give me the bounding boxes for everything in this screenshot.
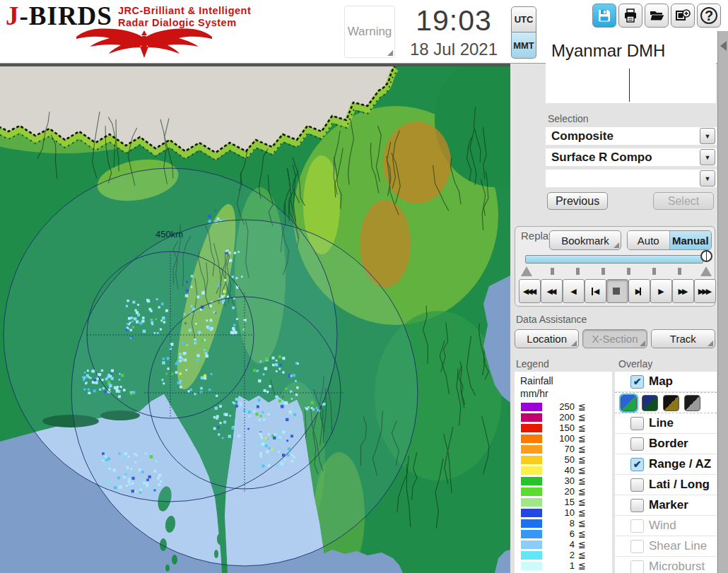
selection-label: Selection [548,113,589,124]
rewind-button[interactable]: ◀◀ [541,279,563,303]
open-file-button[interactable] [645,4,669,28]
location-button[interactable]: Location [515,329,579,348]
overlay-item-wind: Wind [615,516,717,536]
legend-row: 100≦ [520,433,606,444]
map-style-swatch-2[interactable] [642,395,658,411]
timeline-start-marker[interactable] [521,266,532,276]
checkbox[interactable] [630,478,644,492]
radar-map[interactable]: 450km [0,64,510,573]
map-style-swatch-4[interactable] [684,395,700,411]
legend-row: 6≦ [520,528,606,539]
legend-row: 50≦ [520,454,606,465]
dropdown-composite[interactable]: Composite ▼ [546,127,717,146]
panel-collapse-icon[interactable] [720,41,727,51]
jbirds-logo: J-BIRDS JRC-Brilliant & Intelligent Rada… [6,3,288,62]
legend-lte-symbol: ≦ [575,528,586,539]
printer-icon [623,8,638,23]
timeline-ticks [551,268,681,275]
legend-lte-symbol: ≦ [575,444,586,454]
overlay-item-border[interactable]: Border [615,434,717,454]
play-button[interactable]: ▶ [650,279,672,303]
timeline-tick [601,268,605,275]
overlay-item-label: Shear Line [649,539,707,553]
overlay-item-label: Wind [649,519,676,533]
station-name: Myanmar DMH [546,35,716,61]
legend-swatch [521,498,542,507]
overlay-item-line[interactable]: Line [615,413,717,434]
checkbox[interactable] [630,437,644,451]
save-button[interactable] [592,4,616,28]
forward-button[interactable]: ▶▶ [672,279,694,303]
auto-button[interactable]: Auto [628,231,669,249]
checkbox[interactable] [630,417,644,430]
checkbox[interactable]: ✔ [630,458,644,471]
chevron-down-icon[interactable]: ▼ [700,128,715,144]
checkbox [630,540,644,553]
legend-swatch [521,456,542,464]
add-image-button[interactable] [671,4,695,28]
warning-button[interactable]: Warning [344,6,395,58]
legend-value: 1 [542,560,575,571]
legend-swatch [521,530,542,538]
utc-button[interactable]: UTC [511,6,536,33]
forward-fast-button[interactable]: ▶▶▶ [694,279,716,303]
timeline-track[interactable] [525,255,703,264]
play-reverse-button[interactable]: ◀ [563,279,585,303]
legend-value: 50 [542,454,575,465]
manual-button[interactable]: Manual [669,231,712,249]
map-style-swatches [615,392,717,413]
previous-button[interactable]: Previous [547,192,608,210]
chevron-down-icon[interactable]: ▼ [700,149,715,165]
overlay-item-map[interactable]: ✔Map [615,372,717,392]
stop-button[interactable] [606,279,628,303]
overlay-label: Overlay [618,358,652,370]
legend-swatch [521,540,542,549]
dropdown-empty[interactable]: ▼ [546,170,717,189]
help-button[interactable]: ? [697,4,721,28]
mmt-button[interactable]: MMT [511,33,536,59]
legend-swatch [521,435,542,443]
overlay-item-marker[interactable]: Marker [615,495,717,516]
checkbox[interactable]: ✔ [630,375,644,389]
legend-value: 40 [542,465,575,475]
legend-value: 15 [542,497,575,507]
playback-controls: ◀◀◀◀◀◀◀▶▶▶▶▶▶▶ [519,279,716,303]
overlay-item-lati-long[interactable]: Lati / Long [615,475,717,495]
legend-row: 1≦ [520,560,606,571]
step-forward-button[interactable]: ▶ [628,279,650,303]
station-box: Myanmar DMH [546,35,716,103]
bookmark-button[interactable]: Bookmark [549,230,621,250]
select-button[interactable]: Select [653,192,714,210]
legend-swatch [521,403,542,411]
legend-row: 10≦ [520,507,606,518]
eagle-logo-graphic [6,26,283,59]
legend-value: 2 [542,550,575,560]
legend-lte-symbol: ≦ [575,454,586,465]
checkbox[interactable] [630,499,644,512]
legend-value: 4 [542,539,575,550]
overlay-item-range-az[interactable]: ✔Range / AZ [615,454,717,475]
station-cursor [629,69,630,102]
legend-lte-symbol: ≦ [575,497,586,507]
legend-row: 2≦ [520,550,606,560]
overlay-item-label: Line [649,416,674,430]
chevron-down-icon[interactable]: ▼ [700,170,715,187]
data-assistance-label: Data Assistance [516,314,587,325]
rewind-fast-button[interactable]: ◀◀◀ [519,279,541,303]
step-back-button[interactable]: ◀ [585,279,606,303]
folder-icon [649,8,664,23]
timeline-thumb[interactable] [700,250,712,262]
dropdown-product[interactable]: Surface R Compo ▼ [546,148,717,167]
legend-swatch [521,424,542,432]
legend-value: 8 [542,518,575,528]
map-style-swatch-3[interactable] [663,395,679,411]
clock: 19:03 18 Jul 2021 [401,4,507,59]
map-style-swatch-1[interactable] [621,395,637,411]
print-button[interactable] [618,4,642,28]
timeline-end-marker[interactable] [700,266,712,276]
legend-row: 150≦ [520,423,606,433]
track-button[interactable]: Track [651,329,715,348]
x-section-button[interactable]: X-Section [582,329,647,348]
clock-time: 19:03 [401,4,507,37]
legend-swatch [521,466,542,475]
